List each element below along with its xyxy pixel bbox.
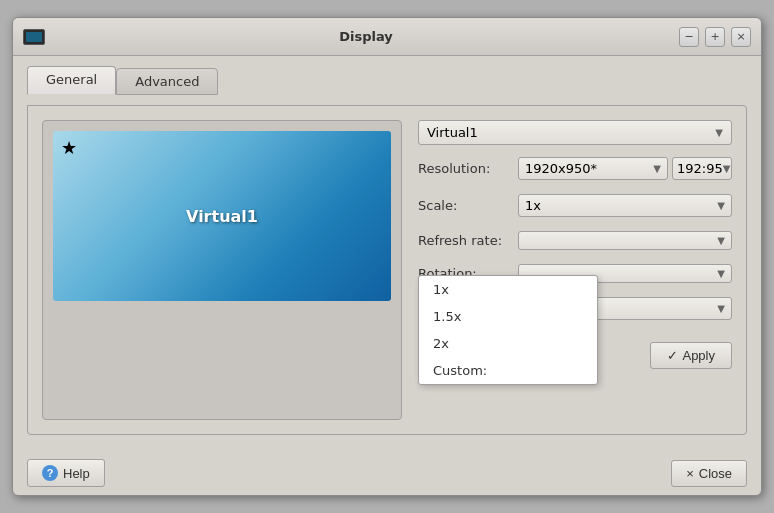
close-button[interactable]: × Close bbox=[671, 460, 747, 487]
close-x-icon: × bbox=[686, 466, 694, 481]
settings-panel: Virtual1 ▼ Resolution: 1920x950* ▼ 192:9… bbox=[418, 120, 732, 420]
resolution-second-arrow-icon: ▼ bbox=[723, 163, 731, 174]
resolution-main-select[interactable]: 1920x950* ▼ bbox=[518, 157, 668, 180]
display-preview: ★ Virtual1 bbox=[53, 131, 391, 301]
refresh-rate-label: Refresh rate: bbox=[418, 233, 518, 248]
refresh-rate-control: ▼ bbox=[518, 231, 732, 250]
tab-general[interactable]: General bbox=[27, 66, 116, 95]
scale-select[interactable]: 1x ▼ bbox=[518, 194, 732, 217]
dropdown-item-custom[interactable]: Custom: bbox=[419, 357, 597, 384]
window-title: Display bbox=[53, 29, 679, 44]
apply-button[interactable]: ✓ Apply bbox=[650, 342, 732, 369]
monitor-name: Virtual1 bbox=[427, 125, 478, 140]
help-label: Help bbox=[63, 466, 90, 481]
resolution-secondary-select[interactable]: 192:95 ▼ bbox=[672, 157, 732, 180]
refresh-arrow-icon: ▼ bbox=[717, 235, 725, 246]
apply-check-icon: ✓ bbox=[667, 348, 678, 363]
scale-control: 1x ▼ bbox=[518, 194, 732, 217]
display-star-icon: ★ bbox=[61, 137, 77, 158]
rotation-arrow-icon: ▼ bbox=[717, 268, 725, 279]
scale-dropdown: 1x 1.5x 2x Custom: bbox=[418, 275, 598, 385]
tabs-bar: General Advanced bbox=[27, 66, 747, 95]
monitor-select[interactable]: Virtual1 ▼ bbox=[418, 120, 732, 145]
reflection-arrow-icon: ▼ bbox=[717, 303, 725, 314]
footer: ? Help × Close bbox=[13, 449, 761, 495]
resolution-main-arrow-icon: ▼ bbox=[653, 163, 661, 174]
window-body: General Advanced ★ Virtual1 Virtual1 bbox=[13, 56, 761, 449]
apply-label: Apply bbox=[682, 348, 715, 363]
maximize-button[interactable]: + bbox=[705, 27, 725, 47]
minimize-button[interactable]: − bbox=[679, 27, 699, 47]
help-button[interactable]: ? Help bbox=[27, 459, 105, 487]
scale-arrow-icon: ▼ bbox=[717, 200, 725, 211]
display-preview-container: ★ Virtual1 bbox=[42, 120, 402, 420]
help-icon: ? bbox=[42, 465, 58, 481]
tab-advanced[interactable]: Advanced bbox=[116, 68, 218, 95]
scale-label: Scale: bbox=[418, 198, 518, 213]
monitor-select-arrow-icon: ▼ bbox=[715, 127, 723, 138]
resolution-controls: 1920x950* ▼ 192:95 ▼ bbox=[518, 157, 732, 180]
monitor-select-row: Virtual1 ▼ bbox=[418, 120, 732, 145]
dropdown-item-1x[interactable]: 1x bbox=[419, 276, 597, 303]
refresh-rate-row: Refresh rate: ▼ bbox=[418, 231, 732, 250]
window-controls: − + × bbox=[679, 27, 751, 47]
titlebar: Display − + × bbox=[13, 18, 761, 56]
dropdown-item-2x[interactable]: 2x bbox=[419, 330, 597, 357]
resolution-label: Resolution: bbox=[418, 161, 518, 176]
close-label: Close bbox=[699, 466, 732, 481]
refresh-rate-select[interactable]: ▼ bbox=[518, 231, 732, 250]
window-icon bbox=[23, 29, 45, 45]
resolution-row: Resolution: 1920x950* ▼ 192:95 ▼ bbox=[418, 157, 732, 180]
display-preview-label: Virtual1 bbox=[186, 207, 258, 226]
display-window: Display − + × General Advanced ★ Virtual… bbox=[12, 17, 762, 496]
dropdown-item-1-5x[interactable]: 1.5x bbox=[419, 303, 597, 330]
close-window-button[interactable]: × bbox=[731, 27, 751, 47]
scale-row: Scale: 1x ▼ bbox=[418, 194, 732, 217]
content-area: ★ Virtual1 Virtual1 ▼ Resolution: bbox=[27, 105, 747, 435]
